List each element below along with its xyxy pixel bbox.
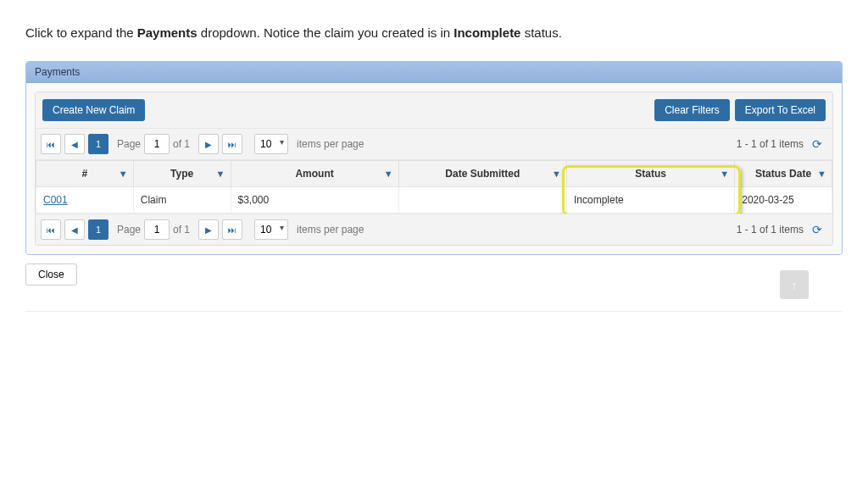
pager-first-icon[interactable]: ⏮ <box>41 219 61 240</box>
pager-info-text: 1 - 1 of 1 items <box>737 224 804 236</box>
pager-page-label: Page <box>117 224 141 236</box>
table-row: C001 Claim $3,000 Incomplete 2020-03-25 <box>36 187 832 214</box>
instruction-bold-payments: Payments <box>137 25 198 40</box>
claims-table: #▼ Type▼ Amount▼ Date Submitted▼ Status▼… <box>36 160 832 214</box>
pager-of-label: of 1 <box>173 224 190 236</box>
arrow-up-icon: ↑ <box>792 279 798 291</box>
table-header-row: #▼ Type▼ Amount▼ Date Submitted▼ Status▼… <box>36 161 832 187</box>
cell-type: Claim <box>133 187 231 214</box>
pager-next-icon[interactable]: ▶ <box>198 134 219 154</box>
cell-date-submitted <box>398 187 566 214</box>
col-status-label: Status <box>635 168 666 180</box>
col-status-date-label: Status Date <box>755 168 811 180</box>
col-status-date[interactable]: Status Date▼ <box>735 161 832 187</box>
pager-page-size-select[interactable]: 10 <box>254 134 288 154</box>
claim-link[interactable]: C001 <box>43 194 68 206</box>
filter-icon[interactable]: ▼ <box>817 169 826 179</box>
pager-next-icon[interactable]: ▶ <box>198 219 219 240</box>
pager-page-size-select[interactable]: 10 <box>254 219 288 240</box>
pager-page-input[interactable] <box>144 134 170 154</box>
export-to-excel-button[interactable]: Export To Excel <box>735 99 826 121</box>
pager-prev-icon[interactable]: ◀ <box>64 134 85 154</box>
divider <box>25 311 843 312</box>
pager-last-icon[interactable]: ⏭ <box>222 134 242 154</box>
pager-top: ⏮ ◀ 1 Page of 1 ▶ ⏭ 10 items per page 1 … <box>36 129 832 160</box>
pager-of-label: of 1 <box>173 138 190 150</box>
col-type[interactable]: Type▼ <box>133 161 231 187</box>
panel-body: Create New Claim Clear Filters Export To… <box>26 83 842 254</box>
pager-page-input[interactable] <box>144 219 170 240</box>
filter-icon[interactable]: ▼ <box>384 169 393 179</box>
pager-first-icon[interactable]: ⏮ <box>41 134 61 154</box>
col-id-label: # <box>82 168 88 180</box>
pager-info-bottom: 1 - 1 of 1 items ⟳ <box>737 223 827 236</box>
filter-icon[interactable]: ▼ <box>552 169 561 179</box>
scroll-to-top-button[interactable]: ↑ <box>780 270 809 299</box>
filter-icon[interactable]: ▼ <box>720 169 729 179</box>
col-date-submitted-label: Date Submitted <box>445 168 520 180</box>
pager-items-per-page-label: items per page <box>297 224 364 236</box>
cell-status-date: 2020-03-25 <box>735 187 832 214</box>
col-type-label: Type <box>170 168 193 180</box>
pager-info-text: 1 - 1 of 1 items <box>737 138 804 150</box>
create-new-claim-button[interactable]: Create New Claim <box>42 99 145 121</box>
pager-last-icon[interactable]: ⏭ <box>222 219 242 240</box>
col-amount[interactable]: Amount▼ <box>231 161 398 187</box>
col-status[interactable]: Status▼ <box>566 161 734 187</box>
clear-filters-button[interactable]: Clear Filters <box>654 99 730 121</box>
instruction-bold-incomplete: Incomplete <box>453 25 520 40</box>
instruction-suffix: status. <box>520 25 561 40</box>
instruction-text: Click to expand the Payments dropdown. N… <box>25 25 843 40</box>
pager-bottom: ⏮ ◀ 1 Page of 1 ▶ ⏭ 10 items per page 1 … <box>36 214 832 245</box>
pager-current-page[interactable]: 1 <box>88 134 108 154</box>
pager-current-page[interactable]: 1 <box>88 219 108 240</box>
cell-id: C001 <box>36 187 134 214</box>
cell-amount: $3,000 <box>231 187 398 214</box>
payments-panel: Payments Create New Claim Clear Filters … <box>25 61 843 255</box>
instruction-prefix: Click to expand the <box>25 25 137 40</box>
grid-card: Create New Claim Clear Filters Export To… <box>35 92 833 246</box>
filter-icon[interactable]: ▼ <box>216 169 225 179</box>
col-date-submitted[interactable]: Date Submitted▼ <box>398 161 566 187</box>
panel-title[interactable]: Payments <box>26 62 842 83</box>
status-value: Incomplete <box>574 194 624 206</box>
pager-page-label: Page <box>117 138 141 150</box>
pager-items-per-page-label: items per page <box>297 138 364 150</box>
close-button[interactable]: Close <box>25 263 77 286</box>
refresh-icon[interactable]: ⟳ <box>812 223 822 236</box>
toolbar: Create New Claim Clear Filters Export To… <box>36 92 832 129</box>
col-amount-label: Amount <box>295 168 333 180</box>
pager-info-top: 1 - 1 of 1 items ⟳ <box>737 137 827 151</box>
instruction-mid: dropdown. Notice the claim you created i… <box>198 25 454 40</box>
cell-status: Incomplete <box>566 187 734 214</box>
refresh-icon[interactable]: ⟳ <box>812 137 822 151</box>
toolbar-right: Clear Filters Export To Excel <box>654 99 826 121</box>
filter-icon[interactable]: ▼ <box>119 169 128 179</box>
col-id[interactable]: #▼ <box>36 161 134 187</box>
pager-prev-icon[interactable]: ◀ <box>64 219 85 240</box>
